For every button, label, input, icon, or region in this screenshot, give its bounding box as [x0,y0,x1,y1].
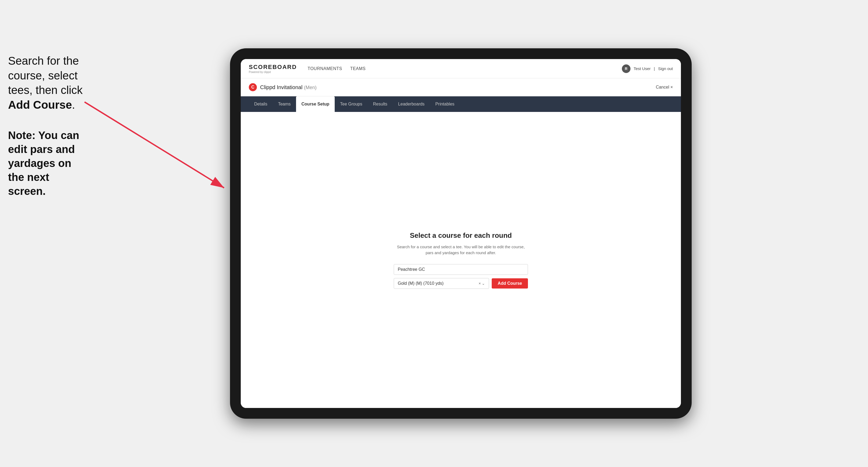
instruction-panel: Search for the course, select tees, then… [8,54,83,198]
instruction-note: Note: You can edit pars and yardages on … [8,128,83,198]
form-title: Select a course for each round [394,231,528,240]
tablet-screen: SCOREBOARD Powered by clippd TOURNAMENTS… [241,59,681,408]
tab-teams[interactable]: Teams [273,96,296,112]
nav-separator: | [654,66,655,71]
tee-select-row: Gold (M) (M) (7010 yds) × ⌄ Add Course [394,278,528,289]
logo-title: SCOREBOARD [249,64,297,70]
tab-course-setup[interactable]: Course Setup [296,96,335,112]
tournament-icon: C [249,83,257,91]
tab-leaderboards[interactable]: Leaderboards [393,96,430,112]
logo-area: SCOREBOARD Powered by clippd [249,64,297,73]
nav-links: TOURNAMENTS TEAMS [308,66,622,71]
main-content: Select a course for each round Search fo… [241,112,681,408]
user-area: R Test User | Sign out [622,64,673,73]
course-form: Select a course for each round Search fo… [394,231,528,289]
user-avatar: R [622,64,630,73]
tab-results[interactable]: Results [368,96,393,112]
tee-select-value: Gold (M) (M) (7010 yds) [398,281,444,286]
sub-nav: Details Teams Course Setup Tee Groups Re… [241,96,681,112]
form-description: Search for a course and select a tee. Yo… [394,244,528,256]
svg-line-1 [85,102,224,188]
instruction-main: Search for the course, select tees, then… [8,54,83,112]
nav-link-teams[interactable]: TEAMS [350,66,366,71]
course-search-input[interactable] [394,264,528,275]
tournament-header: C Clippd Invitational (Men) Cancel × [241,79,681,96]
nav-link-tournaments[interactable]: TOURNAMENTS [308,66,342,71]
instruction-bold: Add Course [8,98,72,111]
top-nav: SCOREBOARD Powered by clippd TOURNAMENTS… [241,59,681,79]
tab-printables[interactable]: Printables [430,96,460,112]
tee-select-dropdown[interactable]: Gold (M) (M) (7010 yds) × ⌄ [394,278,489,289]
tee-select-controls: × ⌄ [478,281,485,286]
tab-details[interactable]: Details [249,96,273,112]
tee-clear-icon[interactable]: × [478,281,481,286]
user-name: Test User [634,66,651,71]
cancel-button[interactable]: Cancel × [656,85,673,90]
sign-out-link[interactable]: Sign out [658,66,673,71]
tee-chevron-icon: ⌄ [482,281,485,286]
tournament-name: Clippd Invitational (Men) [260,84,656,90]
add-course-button[interactable]: Add Course [492,278,528,288]
tab-tee-groups[interactable]: Tee Groups [335,96,368,112]
tablet-device: SCOREBOARD Powered by clippd TOURNAMENTS… [230,48,692,419]
logo-subtitle: Powered by clippd [249,70,297,73]
